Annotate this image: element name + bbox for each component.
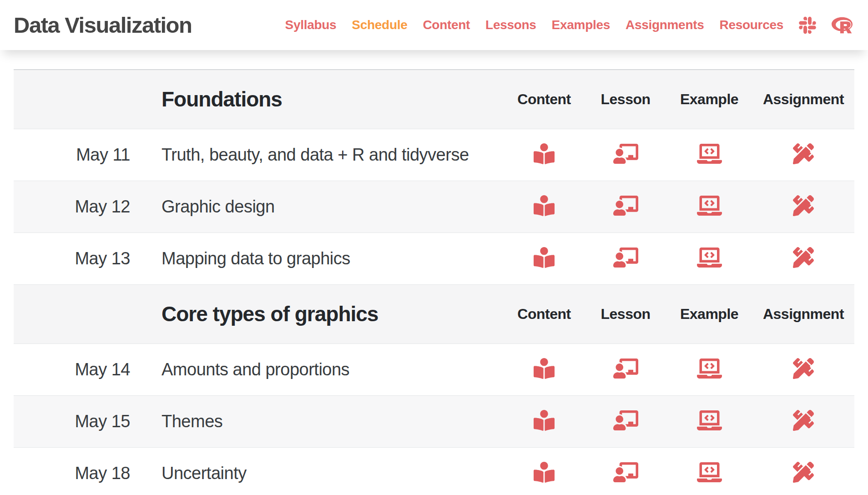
- assignment-link[interactable]: [793, 195, 814, 216]
- row-title: Mapping data to graphics: [146, 232, 503, 284]
- slack-icon: [799, 15, 816, 35]
- empty-cell: [14, 70, 146, 129]
- section-title: Foundations: [146, 70, 503, 129]
- r-project-link[interactable]: [832, 16, 853, 35]
- book-reader-icon: [534, 143, 555, 164]
- table-row: May 11 Truth, beauty, and data + R and t…: [14, 129, 854, 181]
- row-date: May 18: [14, 447, 146, 495]
- column-header-lesson: Lesson: [585, 284, 666, 343]
- assignment-link[interactable]: [793, 358, 814, 379]
- content-link[interactable]: [534, 195, 555, 216]
- table-row: May 13 Mapping data to graphics: [14, 232, 854, 284]
- nav-link-lessons[interactable]: Lessons: [485, 18, 536, 32]
- lesson-link[interactable]: [613, 410, 638, 430]
- schedule-table: Foundations Content Lesson Example Assig…: [14, 69, 854, 495]
- pencil-ruler-icon: [793, 247, 814, 268]
- example-link[interactable]: [697, 462, 722, 482]
- row-date: May 13: [14, 232, 146, 284]
- row-title: Themes: [146, 395, 503, 447]
- nav-link-examples[interactable]: Examples: [552, 18, 610, 32]
- content-link[interactable]: [534, 358, 555, 379]
- example-link[interactable]: [697, 144, 722, 164]
- table-row: May 12 Graphic design: [14, 181, 854, 232]
- row-date: May 12: [14, 181, 146, 232]
- lesson-link[interactable]: [613, 196, 638, 216]
- empty-cell: [14, 284, 146, 343]
- row-title: Uncertainty: [146, 447, 503, 495]
- chalkboard-teacher-icon: [613, 144, 638, 164]
- book-reader-icon: [534, 462, 555, 483]
- row-title: Graphic design: [146, 181, 503, 232]
- section-title: Core types of graphics: [146, 284, 503, 343]
- book-reader-icon: [534, 358, 555, 379]
- chalkboard-teacher-icon: [613, 248, 638, 268]
- pencil-ruler-icon: [793, 462, 814, 483]
- book-reader-icon: [534, 247, 555, 268]
- column-header-lesson: Lesson: [585, 70, 666, 129]
- assignment-link[interactable]: [793, 143, 814, 164]
- chalkboard-teacher-icon: [613, 410, 638, 430]
- row-date: May 11: [14, 129, 146, 181]
- slack-link[interactable]: [799, 15, 816, 35]
- laptop-code-icon: [697, 144, 722, 164]
- table-row: May 18 Uncertainty: [14, 447, 854, 495]
- site-title[interactable]: Data Visualization: [14, 12, 192, 38]
- table-row: May 14 Amounts and proportions: [14, 343, 854, 395]
- column-header-example: Example: [666, 284, 752, 343]
- example-link[interactable]: [697, 248, 722, 268]
- row-date: May 14: [14, 343, 146, 395]
- laptop-code-icon: [697, 359, 722, 379]
- content-link[interactable]: [534, 247, 555, 268]
- lesson-link[interactable]: [613, 248, 638, 268]
- laptop-code-icon: [697, 462, 722, 482]
- chalkboard-teacher-icon: [613, 359, 638, 379]
- assignment-link[interactable]: [793, 462, 814, 483]
- content-link[interactable]: [534, 143, 555, 164]
- column-header-example: Example: [666, 70, 752, 129]
- lesson-link[interactable]: [613, 462, 638, 482]
- example-link[interactable]: [697, 196, 722, 216]
- column-header-content: Content: [503, 284, 585, 343]
- content-link[interactable]: [534, 410, 555, 431]
- nav-link-content[interactable]: Content: [423, 18, 470, 32]
- row-date: May 15: [14, 395, 146, 447]
- pencil-ruler-icon: [793, 143, 814, 164]
- book-reader-icon: [534, 410, 555, 431]
- content-link[interactable]: [534, 462, 555, 483]
- chalkboard-teacher-icon: [613, 196, 638, 216]
- assignment-link[interactable]: [793, 410, 814, 431]
- pencil-ruler-icon: [793, 410, 814, 431]
- pencil-ruler-icon: [793, 358, 814, 379]
- nav-link-assignments[interactable]: Assignments: [626, 18, 704, 32]
- example-link[interactable]: [697, 410, 722, 430]
- table-row: May 15 Themes: [14, 395, 854, 447]
- column-header-content: Content: [503, 70, 585, 129]
- chalkboard-teacher-icon: [613, 462, 638, 482]
- row-title: Amounts and proportions: [146, 343, 503, 395]
- r-project-icon: [832, 16, 853, 35]
- laptop-code-icon: [697, 410, 722, 430]
- assignment-link[interactable]: [793, 247, 814, 268]
- book-reader-icon: [534, 195, 555, 216]
- laptop-code-icon: [697, 196, 722, 216]
- laptop-code-icon: [697, 248, 722, 268]
- example-link[interactable]: [697, 359, 722, 379]
- nav-link-schedule[interactable]: Schedule: [352, 18, 407, 32]
- lesson-link[interactable]: [613, 144, 638, 164]
- row-title: Truth, beauty, and data + R and tidyvers…: [146, 129, 503, 181]
- column-header-assignment: Assignment: [752, 284, 854, 343]
- navbar: Data Visualization Syllabus Schedule Con…: [0, 0, 868, 50]
- nav-link-syllabus[interactable]: Syllabus: [285, 18, 337, 32]
- section-header-row: Foundations Content Lesson Example Assig…: [14, 70, 854, 129]
- lesson-link[interactable]: [613, 359, 638, 379]
- main-nav: Syllabus Schedule Content Lessons Exampl…: [285, 15, 853, 35]
- section-header-row: Core types of graphics Content Lesson Ex…: [14, 284, 854, 343]
- pencil-ruler-icon: [793, 195, 814, 216]
- nav-link-resources[interactable]: Resources: [720, 18, 784, 32]
- column-header-assignment: Assignment: [752, 70, 854, 129]
